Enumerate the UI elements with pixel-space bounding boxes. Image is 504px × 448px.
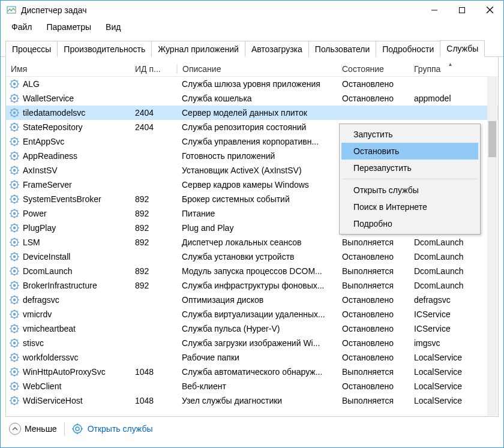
cell-group: DcomLaunch [414, 237, 486, 247]
table-row[interactable]: WinHttpAutoProxySvc1048Служба автоматиче… [6, 365, 498, 379]
table-row[interactable]: defragsvcОптимизация дисковОстановленоde… [6, 293, 498, 307]
cell-pid: 892 [135, 194, 177, 204]
tab-details[interactable]: Подробности [376, 41, 440, 57]
table-row[interactable]: WalletServiceСлужба кошелькаОстановленоa… [6, 91, 498, 106]
cell-pid: 892 [135, 237, 177, 247]
cell-pid: 892 [135, 266, 177, 276]
cell-description: Служба управления корпоративн... [177, 137, 342, 146]
cell-group: ICService [414, 309, 486, 319]
ctx-start[interactable]: Запустить [341, 126, 478, 143]
gear-icon [72, 423, 83, 434]
cell-name: StateRepository [6, 122, 135, 132]
cell-pid: 892 [135, 223, 177, 233]
table-row[interactable]: vmicrdvСлужба виртуализации удаленных...… [6, 307, 498, 321]
ctx-separator [343, 179, 477, 179]
table-row[interactable]: WdiServiceHost1048Узел службы диагностик… [6, 393, 498, 408]
tab-services[interactable]: Службы [440, 40, 485, 57]
table-row[interactable]: WebClientВеб-клиентОстановленоLocalServi… [6, 379, 498, 393]
column-state[interactable]: Состояние [342, 64, 414, 74]
tab-startup[interactable]: Автозагрузка [245, 41, 309, 57]
cell-description: Служба загрузки изображений Wi... [177, 338, 342, 348]
svg-point-166 [13, 313, 16, 315]
cell-name: DeviceInstall [6, 252, 135, 261]
table-row[interactable]: ALGСлужба шлюза уровня приложенияОстанов… [6, 77, 498, 91]
svg-point-106 [13, 227, 16, 229]
cell-description: Служба кошелька [177, 94, 342, 103]
close-button[interactable] [476, 1, 503, 19]
ctx-open-services[interactable]: Открыть службы [341, 182, 478, 199]
table-row[interactable]: BrokerInfrastructure892Служба инфраструк… [6, 278, 498, 293]
table-row[interactable]: tiledatamodelsvc2404Сервер моделей данны… [6, 106, 498, 120]
cell-name: WalletService [6, 94, 135, 103]
cell-group: LocalService [414, 353, 486, 362]
table-row[interactable]: vmicheartbeatСлужба пульса (Hyper-V)Оста… [6, 321, 498, 336]
tab-users[interactable]: Пользователи [308, 41, 376, 57]
cell-name: DcomLaunch [6, 266, 135, 276]
ctx-restart[interactable]: Перезапустить [341, 160, 478, 176]
svg-point-46 [13, 140, 16, 143]
tab-performance[interactable]: Производительность [57, 41, 152, 57]
cell-group: imgsvc [414, 338, 486, 348]
scrollbar-track[interactable] [487, 76, 497, 416]
cell-description: Брокер системных событий [177, 194, 342, 204]
minimize-button[interactable] [421, 1, 448, 19]
column-description[interactable]: Описание [177, 64, 342, 74]
cell-name: WdiServiceHost [6, 396, 135, 405]
cell-state: Остановлено [342, 324, 414, 333]
ctx-details[interactable]: Подробно [341, 215, 478, 232]
svg-point-66 [13, 169, 16, 172]
ctx-stop[interactable]: Остановить [341, 143, 478, 160]
fewer-details-button[interactable]: Меньше [9, 423, 57, 435]
svg-point-146 [13, 284, 16, 287]
cell-name: AppReadiness [6, 151, 135, 161]
svg-point-186 [13, 342, 16, 344]
menu-file[interactable]: Файл [5, 21, 38, 33]
cell-group: LocalService [414, 367, 486, 377]
table-row[interactable]: DeviceInstallСлужба установки устройствО… [6, 249, 498, 264]
cell-name: AxInstSV [6, 166, 135, 175]
cell-group: defragsvc [414, 295, 486, 305]
column-group[interactable]: ▴Группа [414, 64, 486, 74]
maximize-button[interactable] [448, 1, 476, 19]
svg-point-36 [13, 126, 16, 128]
cell-description: Установщик ActiveX (AxInstSV) [177, 166, 342, 175]
cell-state: Выполняется [342, 266, 414, 276]
ctx-search-online[interactable]: Поиск в Интернете [341, 199, 478, 215]
svg-point-26 [13, 112, 16, 114]
cell-state: Остановлено [342, 338, 414, 348]
tab-processes[interactable]: Процессы [5, 41, 58, 57]
cell-description: Рабочие папки [177, 353, 342, 362]
table-row[interactable]: LSM892Диспетчер локальных сеансовВыполня… [6, 235, 498, 249]
cell-group: LocalService [414, 396, 486, 405]
table-row[interactable]: workfolderssvcРабочие папкиОстановленоLo… [6, 350, 498, 365]
column-headers: Имя ИД п... Описание Состояние ▴Группа [6, 62, 498, 77]
tab-apphistory[interactable]: Журнал приложений [151, 41, 245, 57]
table-row[interactable]: DcomLaunch892Модуль запуска процессов DC… [6, 264, 498, 278]
cell-description: Служба виртуализации удаленных... [177, 309, 342, 319]
cell-description: Узел службы диагностики [177, 396, 342, 405]
svg-point-226 [13, 399, 16, 402]
svg-point-116 [13, 241, 16, 243]
column-pid[interactable]: ИД п... [135, 64, 177, 74]
cell-name: vmicheartbeat [6, 324, 135, 333]
cell-name: workfolderssvc [6, 353, 135, 362]
svg-point-76 [13, 184, 16, 186]
open-services-link[interactable]: Открыть службы [72, 423, 153, 434]
column-name[interactable]: Имя [6, 64, 135, 74]
app-icon [7, 5, 16, 15]
cell-description: Оптимизация дисков [177, 295, 342, 305]
cell-name: LSM [6, 237, 135, 247]
cell-name: Power [6, 209, 135, 218]
menu-options[interactable]: Параметры [40, 21, 97, 33]
scrollbar-thumb[interactable] [488, 121, 496, 157]
cell-description: Служба шлюза уровня приложения [177, 79, 342, 89]
cell-group: DcomLaunch [414, 266, 486, 276]
cell-description: Служба пульса (Hyper-V) [177, 324, 342, 333]
cell-name: EntAppSvc [6, 137, 135, 146]
svg-point-176 [13, 327, 16, 330]
table-row[interactable]: stisvcСлужба загрузки изображений Wi...О… [6, 336, 498, 350]
menu-view[interactable]: Вид [100, 21, 127, 33]
svg-point-56 [13, 155, 16, 157]
cell-name: SystemEventsBroker [6, 194, 135, 204]
svg-point-136 [13, 270, 16, 272]
